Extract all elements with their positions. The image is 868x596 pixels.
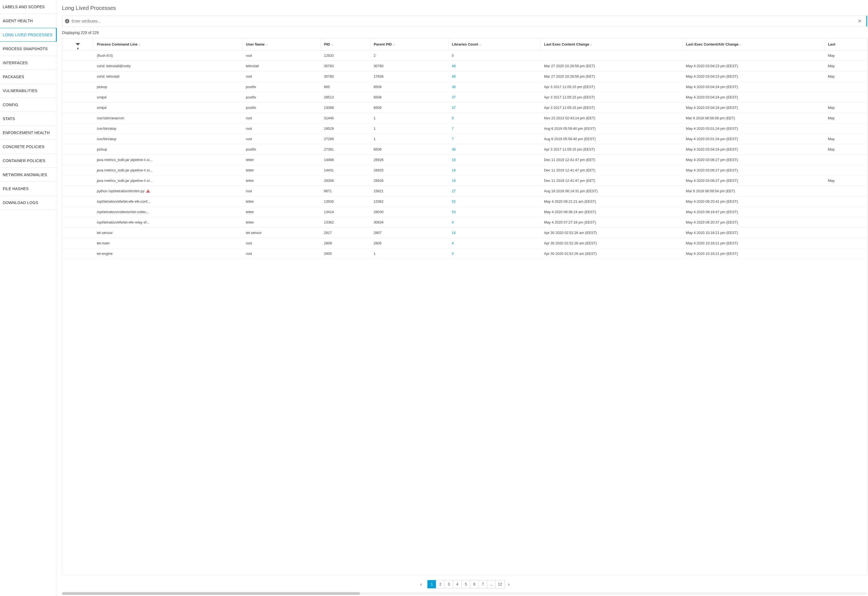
cell-user: root — [243, 123, 321, 134]
filter-bar[interactable]: i ✕ — [62, 16, 866, 27]
table-row[interactable]: sshd: tetinstallroot307801783849Mar 27 2… — [62, 71, 867, 82]
cell-last-truncated: May — [825, 50, 867, 61]
table-row[interactable]: /opt/tetration/efe/tet-efe-relay ef...te… — [62, 217, 867, 228]
page-button-5[interactable]: 5 — [461, 580, 470, 588]
col-user-name[interactable]: User Name↑↓ — [243, 38, 321, 50]
cell-libraries-count[interactable]: 4 — [448, 217, 541, 228]
sidebar-item-labels-and-scopes[interactable]: LABELS AND SCOPES — [0, 0, 57, 14]
sidebar-item-config[interactable]: CONFIG — [0, 98, 57, 112]
cell-libraries-count[interactable]: 37 — [448, 92, 541, 103]
page-button-2[interactable]: 2 — [436, 580, 445, 588]
cell-libraries-count[interactable]: 36 — [448, 82, 541, 92]
table-row[interactable]: (flush-8:0)root1292020May — [62, 50, 867, 61]
cell-libraries-count[interactable]: 52 — [448, 197, 541, 207]
cell-libraries-count[interactable]: 5 — [448, 248, 541, 259]
page-button-6[interactable]: 6 — [470, 580, 479, 588]
table-row[interactable]: pickuppostfix27381650936Apr 3 2017 11:05… — [62, 144, 867, 155]
sidebar-item-agent-health[interactable]: AGENT HEALTH — [0, 14, 57, 28]
sidebar-item-long-lived-processes[interactable]: LONG LIVED PROCESSES — [0, 28, 57, 42]
page-button-7[interactable]: 7 — [478, 580, 487, 588]
cell-last-truncated — [825, 92, 867, 103]
row-filter-cell — [62, 248, 93, 259]
filter-column-header[interactable] — [62, 38, 93, 50]
cell-user: tetter — [243, 165, 321, 176]
cell-parent-pid: 30934 — [371, 217, 449, 228]
sidebar-item-vulnerabilities[interactable]: VULNERABILITIES — [0, 84, 57, 98]
sidebar-item-process-snapshots[interactable]: PROCESS SNAPSHOTS — [0, 42, 57, 56]
col-pid[interactable]: PID↑↓ — [320, 38, 370, 50]
cell-command-line: tet-engine — [93, 248, 243, 259]
col-last-exec-content[interactable]: Last Exec Content Change↑↓ — [541, 38, 683, 50]
cell-libraries-count[interactable]: 7 — [448, 134, 541, 144]
cell-command-line: sshd: tetinstall@notty — [93, 61, 243, 71]
cell-last-exec-attr: May 4 2020 10:16:21 pm (EEST) — [683, 248, 825, 259]
col-last-truncated[interactable]: Last — [825, 38, 867, 50]
col-parent-pid[interactable]: Parent PID↑↓ — [371, 38, 449, 50]
scrollbar-thumb[interactable] — [62, 592, 360, 595]
sidebar-item-download-logs[interactable]: DOWNLOAD LOGS — [0, 196, 57, 210]
cell-last-exec-content: Apr 30 2020 02:52:26 am (EEST) — [541, 228, 683, 238]
table-row[interactable]: /opt/tetration/collector/tet-collec...te… — [62, 207, 867, 217]
sidebar-item-packages[interactable]: PACKAGES — [0, 70, 57, 84]
cell-user: tetter — [243, 197, 321, 207]
table-row[interactable]: python /opt/tetration/itm/itm.pyroot9671… — [62, 186, 867, 197]
sidebar-item-enforcement-health[interactable]: ENFORCEMENT HEALTH — [0, 126, 57, 140]
cell-last-exec-attr: May 4 2020 03:04:24 pm (EEST) — [683, 144, 825, 155]
table-row[interactable]: /opt/tetration/efe/tet-efe efe.conf...te… — [62, 197, 867, 207]
cell-parent-pid: 2807 — [371, 228, 449, 238]
table-row[interactable]: java metrics_tsdb.jar pipeline-#.xi...te… — [62, 155, 867, 165]
table-row[interactable]: smtpdpostfix13098650937Apr 3 2017 11:05:… — [62, 103, 867, 113]
cell-command-line: java metrics_tsdb.jar pipeline-#.xi... — [93, 165, 243, 176]
horizontal-scrollbar[interactable] — [62, 592, 868, 595]
table-row[interactable]: smtpdpostfix28513650937Apr 3 2017 11:05:… — [62, 92, 867, 103]
cell-libraries-count[interactable]: 7 — [448, 123, 541, 134]
cell-command-line: smtpd — [93, 92, 243, 103]
cell-libraries-count[interactable]: 4 — [448, 238, 541, 248]
table-row[interactable]: java metrics_tsdb.jar pipeline-#.xi...te… — [62, 165, 867, 176]
cell-libraries-count[interactable]: 37 — [448, 103, 541, 113]
cell-last-exec-content: May 4 2020 08:36:24 am (EEST) — [541, 207, 683, 217]
table-row[interactable]: pickuppostfix865650936Apr 3 2017 11:05:1… — [62, 82, 867, 92]
cell-libraries-count[interactable]: 49 — [448, 61, 541, 71]
table-row[interactable]: /usr/sbin/anacronroot3144019Nov 23 2013 … — [62, 113, 867, 123]
cell-libraries-count[interactable]: 14 — [448, 228, 541, 238]
page-button-1[interactable]: 1 — [427, 580, 436, 588]
table-row[interactable]: tet-mainroot280928054Apr 30 2020 02:52:2… — [62, 238, 867, 248]
cell-last-exec-content: Aug 6 2019 05:59:40 pm (EEST) — [541, 123, 683, 134]
cell-libraries-count[interactable]: 19 — [448, 155, 541, 165]
sidebar-item-interfaces[interactable]: INTERFACES — [0, 56, 57, 70]
sidebar-item-file-hashes[interactable]: FILE HASHES — [0, 182, 57, 196]
col-libraries-count[interactable]: Libraries Count↑↓ — [448, 38, 541, 50]
prev-page-icon[interactable]: ‹ — [417, 580, 425, 588]
cell-libraries-count[interactable]: 49 — [448, 71, 541, 82]
table-row[interactable]: tet-sensortet-sensor2817280714Apr 30 202… — [62, 228, 867, 238]
cell-command-line: tet-sensor — [93, 228, 243, 238]
table-row[interactable]: /usr/bin/atoproot2728917Aug 6 2019 05:59… — [62, 134, 867, 144]
page-button-3[interactable]: 3 — [444, 580, 453, 588]
cell-libraries-count[interactable]: 19 — [448, 165, 541, 176]
cell-parent-pid: 2805 — [371, 238, 449, 248]
sidebar-item-container-policies[interactable]: CONTAINER POLICIES — [0, 154, 57, 168]
col-command-line[interactable]: Process Command Line↑↓ — [93, 38, 243, 50]
col-last-exec-attr[interactable]: Last Exec Content/Attr Change↑↓ — [683, 38, 825, 50]
next-page-icon[interactable]: › — [505, 580, 513, 588]
table-row[interactable]: /usr/bin/atoproot1952917Aug 6 2019 05:59… — [62, 123, 867, 134]
page-button-4[interactable]: 4 — [453, 580, 462, 588]
cell-command-line: java metrics_tsdb.jar pipeline-#.xi... — [93, 155, 243, 165]
cell-libraries-count[interactable]: 9 — [448, 113, 541, 123]
table-row[interactable]: sshd: tetinstall@nottytetinstall30783307… — [62, 61, 867, 71]
cell-libraries-count[interactable]: 53 — [448, 207, 541, 217]
cell-command-line: /usr/bin/atop — [93, 134, 243, 144]
filter-input[interactable] — [72, 19, 856, 23]
sidebar-item-stats[interactable]: STATS — [0, 112, 57, 126]
cell-libraries-count[interactable]: 36 — [448, 144, 541, 155]
cell-libraries-count[interactable]: 27 — [448, 186, 541, 197]
table-row[interactable]: tet-engineroot280515Apr 30 2020 02:52:26… — [62, 248, 867, 259]
sidebar-item-network-anomalies[interactable]: NETWORK ANOMALIES — [0, 168, 57, 182]
clear-filter-icon[interactable]: ✕ — [856, 18, 863, 24]
page-button-12[interactable]: 12 — [495, 580, 505, 588]
table-row[interactable]: java metrics_tsdb.jar pipeline-#.xi...te… — [62, 176, 867, 186]
cell-parent-pid: 6509 — [371, 144, 449, 155]
cell-libraries-count[interactable]: 19 — [448, 176, 541, 186]
sidebar-item-concrete-policies[interactable]: CONCRETE POLICIES — [0, 140, 57, 154]
